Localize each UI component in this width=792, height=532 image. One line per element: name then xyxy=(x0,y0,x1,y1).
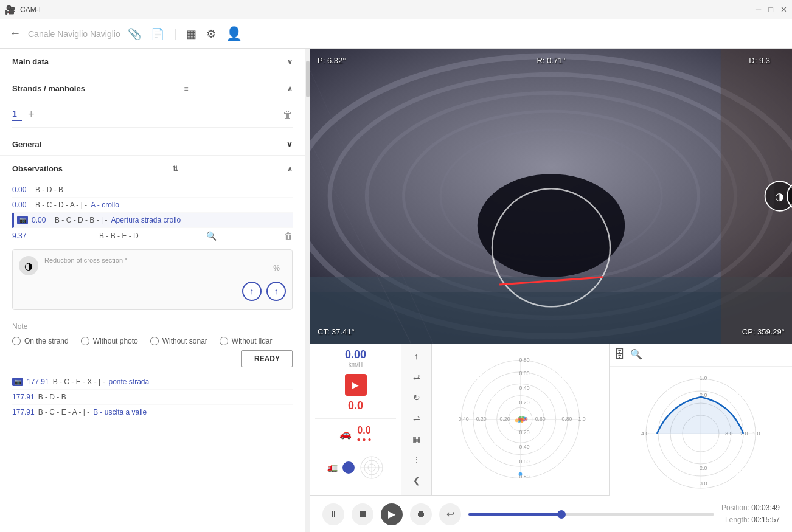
svg-text:0.20: 0.20 xyxy=(476,416,487,422)
pause-button[interactable]: ⏸ xyxy=(322,503,344,525)
observations-sort-icon[interactable]: ⇅ xyxy=(172,165,178,173)
progress-thumb[interactable] xyxy=(557,510,566,519)
camera-bottom-panel: 🚛 xyxy=(327,455,384,480)
progress-fill xyxy=(468,513,561,516)
ct-value: CT: 37.41° xyxy=(318,327,355,336)
obs-detail: ◑ Reduction of cross section * % ↑ xyxy=(12,249,293,310)
strand-add-button[interactable]: + xyxy=(28,108,35,121)
rotate-icon[interactable]: ↻ xyxy=(408,389,426,407)
attachment-icon[interactable]: 📎 xyxy=(128,27,141,41)
position-label: Position: xyxy=(721,503,749,512)
dots-val: 0.0 xyxy=(356,425,371,436)
grid-icon[interactable]: ▦ xyxy=(408,430,426,448)
record-playback-button[interactable]: ⏺ xyxy=(410,503,432,525)
obs-link[interactable]: Apertura strada crollo xyxy=(111,216,181,224)
strands-section: 1 + 🗑 xyxy=(0,102,305,134)
obs-val: 177.91 xyxy=(12,393,35,401)
nosonar-check[interactable]: Without sonar xyxy=(150,337,207,345)
obs-link[interactable]: A - crollo xyxy=(91,201,119,209)
svg-text:0.20: 0.20 xyxy=(500,416,510,422)
obs-search-icon[interactable]: 🔍 xyxy=(206,231,217,241)
settings-icon[interactable]: ⚙ xyxy=(206,27,216,41)
minimize-icon[interactable]: ─ xyxy=(756,5,761,14)
nav-up-icon[interactable]: ↑ xyxy=(408,347,426,365)
play-button[interactable]: ▶ xyxy=(381,503,403,525)
nophoto-radio[interactable] xyxy=(81,337,89,345)
record-icon: ▶ xyxy=(352,380,359,390)
arrow-up-button-2[interactable]: ↑ xyxy=(266,282,286,301)
strand-check[interactable]: On the strand xyxy=(12,337,69,345)
obs-detail-label: Reduction of cross section * xyxy=(44,257,280,264)
obs-detail-row: ◑ Reduction of cross section * % xyxy=(19,256,286,275)
nophoto-check-label: Without photo xyxy=(93,337,138,345)
obs-delete-icon[interactable]: 🗑 xyxy=(284,231,293,241)
titlebar-right: ─ □ ✕ xyxy=(756,5,787,14)
nosonar-radio[interactable] xyxy=(150,337,159,345)
observations-list: 0.00 B - D - B 0.00 B - C - D - A - | - … xyxy=(0,182,305,310)
titlebar: 🎥 CAM-I ─ □ ✕ xyxy=(0,0,792,19)
right-panel: ◑ ✎ ✕ P: 6.32° R: 0.71° D: 9.3 CT: 37.41… xyxy=(310,49,792,532)
back-button[interactable]: ← xyxy=(10,27,21,40)
ready-button[interactable]: READY xyxy=(241,350,293,367)
progress-track[interactable] xyxy=(468,513,714,516)
obs-code: B - C - E - X - | - xyxy=(53,378,105,386)
dots-icons: ● ● ● xyxy=(356,436,371,443)
close-icon[interactable]: ✕ xyxy=(780,5,787,14)
length-label: Length: xyxy=(725,516,749,524)
dot1: ● xyxy=(356,436,360,443)
app-title: CAM-I xyxy=(20,5,41,14)
obs-link[interactable]: ponte strada xyxy=(108,378,149,386)
strand-delete-button[interactable]: 🗑 xyxy=(283,109,293,120)
obs-item[interactable]: 0.00 B - C - D - A - | - A - crollo xyxy=(12,198,293,213)
left-scroll: Main data ∨ Strands / manholes ≡ ∧ 1 + 🗑 xyxy=(0,49,305,532)
obs-item[interactable]: 177.91 B - C - E - A - | - B - uscita a … xyxy=(12,405,293,420)
table-icon[interactable]: ▦ xyxy=(186,27,196,41)
obs-item[interactable]: 9.37 B - B - E - D 🔍 🗑 xyxy=(12,228,293,244)
general-header[interactable]: General ∨ xyxy=(0,134,305,156)
obs-code: B - C - E - A - | - xyxy=(38,408,89,416)
obs-reduction-input[interactable] xyxy=(44,264,270,275)
scroll-thumb xyxy=(306,61,310,97)
strands-header[interactable]: Strands / manholes ≡ ∧ xyxy=(0,75,305,102)
arrow-up-button-1[interactable]: ↑ xyxy=(242,282,262,301)
tunnel-svg: ◑ ✎ ✕ xyxy=(310,49,792,344)
swap-icon[interactable]: ⇄ xyxy=(408,368,426,386)
maximize-icon[interactable]: □ xyxy=(768,5,773,14)
speed-unit: km/H xyxy=(345,361,366,368)
nolidar-radio[interactable] xyxy=(220,337,228,345)
length-value: 00:15:57 xyxy=(751,516,780,524)
main-data-header[interactable]: Main data ∨ xyxy=(0,49,305,75)
speed-value: 0.00 xyxy=(345,348,366,361)
obs-link[interactable]: B - uscita a valle xyxy=(93,408,147,416)
svg-text:1.0: 1.0 xyxy=(578,416,586,422)
strand-number: 1 xyxy=(12,109,22,121)
app-icon: 🎥 xyxy=(5,5,15,15)
record-button[interactable]: ▶ xyxy=(345,374,367,396)
svg-point-59 xyxy=(519,472,523,476)
obs-item[interactable]: 0.00 B - D - B xyxy=(12,182,293,198)
stop-button[interactable]: ⏹ xyxy=(352,503,373,525)
flip-icon[interactable]: ⇌ xyxy=(408,409,426,427)
svg-point-56 xyxy=(524,418,527,421)
more-icon[interactable]: ⋮ xyxy=(408,451,426,469)
obs-bottom: 📷 177.91 B - C - E - X - | - ponte strad… xyxy=(0,375,305,420)
obs-item[interactable]: 177.91 B - D - B xyxy=(12,390,293,405)
document-icon[interactable]: 📄 xyxy=(151,27,164,41)
obs-item[interactable]: 📷 177.91 B - C - E - X - | - ponte strad… xyxy=(12,375,293,390)
database-icon[interactable]: 🗄 xyxy=(614,348,625,361)
divider: | xyxy=(174,27,177,40)
strands-filter-icon[interactable]: ≡ xyxy=(184,85,188,93)
observations-header[interactable]: Observations ⇅ ∧ xyxy=(0,156,305,182)
obs-item-active[interactable]: 📷 0.00 B - C - D - B - | - Apertura stra… xyxy=(12,213,293,228)
strand-check-label: On the strand xyxy=(24,337,69,345)
obs-val: 0.00 xyxy=(32,216,51,224)
project-title: Canale Naviglio Naviglio xyxy=(28,29,120,39)
back-button[interactable]: ↩ xyxy=(439,503,461,525)
nolidar-check[interactable]: Without lidar xyxy=(220,337,273,345)
collapse-icon[interactable]: ❮ xyxy=(408,471,426,489)
nophoto-check[interactable]: Without photo xyxy=(81,337,138,345)
search-chart-icon[interactable]: 🔍 xyxy=(630,348,642,361)
avatar: 👤 xyxy=(226,26,242,42)
scrollbar[interactable] xyxy=(305,49,310,532)
strand-radio[interactable] xyxy=(12,337,21,345)
